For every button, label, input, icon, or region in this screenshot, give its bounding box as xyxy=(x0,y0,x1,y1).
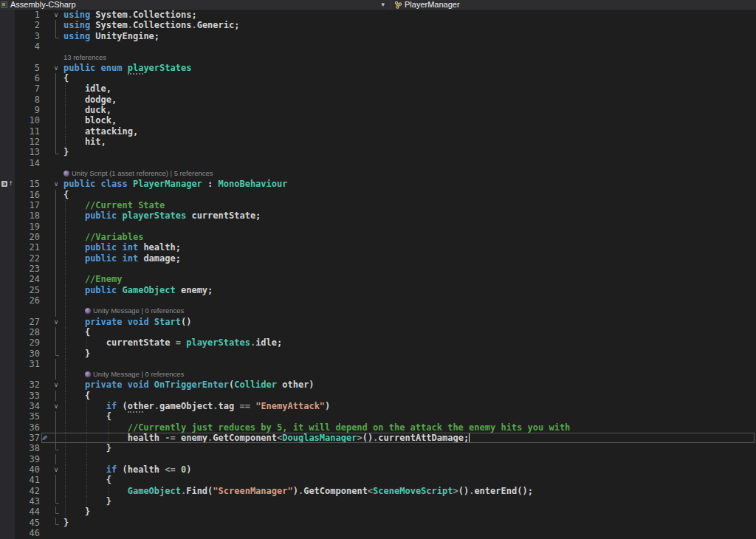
code-text[interactable]: idle, xyxy=(63,83,756,94)
code-line[interactable]: 45} xyxy=(0,518,756,528)
line-number[interactable]: 15 xyxy=(15,179,40,189)
code-line[interactable]: 21 public int health; xyxy=(0,242,756,253)
line-number[interactable]: 37 xyxy=(15,433,40,443)
code-line[interactable]: 18 public playerStates currentState; xyxy=(0,210,756,221)
codelens-row[interactable]: Unity Message | 0 references xyxy=(0,306,756,316)
line-number[interactable]: 14 xyxy=(15,158,40,168)
code-text[interactable] xyxy=(63,222,756,232)
code-line[interactable]: 25 public GameObject enemy; xyxy=(0,285,756,295)
code-editor[interactable]: 1∨using System.Collections;2using System… xyxy=(0,10,756,539)
line-number[interactable]: 8 xyxy=(15,95,40,105)
codelens-row[interactable]: Unity Script (1 asset reference) | 5 ref… xyxy=(0,168,756,179)
code-line[interactable]: 32∨ private void OnTriggerEnter(Collider… xyxy=(0,380,756,390)
code-line[interactable]: 9 duck, xyxy=(0,105,756,115)
code-text[interactable]: } xyxy=(63,443,756,453)
type-dropdown[interactable]: PlayerManager xyxy=(391,0,756,9)
code-text[interactable] xyxy=(63,41,756,52)
code-text[interactable]: dodge, xyxy=(63,95,756,105)
glyph-margin[interactable] xyxy=(0,380,15,390)
code-text[interactable]: } xyxy=(63,349,756,359)
codelens-content[interactable]: Unity Message | 0 references xyxy=(63,306,756,316)
code-line[interactable]: 6{ xyxy=(0,73,756,83)
fold-chevron-icon[interactable]: ∨ xyxy=(52,464,61,475)
code-line[interactable]: 43 } xyxy=(0,496,756,507)
line-number[interactable]: 22 xyxy=(15,253,40,264)
line-number[interactable]: 46 xyxy=(15,528,40,538)
line-number[interactable] xyxy=(15,369,40,380)
line-number[interactable]: 41 xyxy=(15,475,40,485)
line-number[interactable]: 2 xyxy=(15,20,40,30)
glyph-margin[interactable] xyxy=(0,285,15,295)
glyph-margin[interactable] xyxy=(0,137,15,147)
glyph-margin[interactable] xyxy=(0,317,15,327)
glyph-margin[interactable] xyxy=(0,454,15,464)
codelens-link[interactable]: Unity Message | 0 references xyxy=(63,369,184,380)
codelens-content[interactable]: Unity Message | 0 references xyxy=(63,369,756,380)
fold-chevron-icon[interactable]: ∨ xyxy=(52,401,61,411)
code-line[interactable]: 28 { xyxy=(0,327,756,337)
glyph-margin[interactable] xyxy=(0,115,15,126)
code-line[interactable]: 24 //Enemy xyxy=(0,274,756,284)
line-number[interactable]: 6 xyxy=(15,73,40,83)
line-number[interactable]: 7 xyxy=(15,83,40,94)
glyph-margin[interactable] xyxy=(0,422,15,433)
code-line[interactable]: 29 currentState = playerStates.idle; xyxy=(0,337,756,348)
glyph-margin[interactable] xyxy=(0,10,15,20)
line-number[interactable]: 26 xyxy=(15,295,40,306)
code-text[interactable]: { xyxy=(63,73,756,83)
codelens-label[interactable]: 13 references xyxy=(63,52,106,63)
line-number[interactable]: 40 xyxy=(15,464,40,475)
code-text[interactable]: attacking, xyxy=(63,126,756,137)
outlining-margin[interactable]: ∨ xyxy=(49,317,63,327)
code-text[interactable]: health -= enemy.GetComponent<DouglasMana… xyxy=(63,433,756,443)
outlining-margin[interactable]: ∨ xyxy=(49,401,63,411)
code-line[interactable]: 8 dodge, xyxy=(0,95,756,105)
code-line[interactable]: 37✎ health -= enemy.GetComponent<Douglas… xyxy=(0,433,756,443)
glyph-margin[interactable] xyxy=(0,190,15,200)
glyph-margin[interactable] xyxy=(0,337,15,348)
line-number[interactable]: 9 xyxy=(15,105,40,115)
line-number[interactable]: 4 xyxy=(15,41,40,52)
code-text[interactable]: { xyxy=(63,190,756,200)
code-line[interactable]: 30 } xyxy=(0,349,756,359)
glyph-margin[interactable] xyxy=(0,464,15,475)
line-number[interactable]: 23 xyxy=(15,264,40,274)
code-line[interactable]: 5∨public enum playerStates xyxy=(0,63,756,73)
glyph-margin[interactable] xyxy=(0,507,15,517)
line-number[interactable]: 44 xyxy=(15,507,40,517)
code-text[interactable] xyxy=(63,264,756,274)
code-text[interactable]: public GameObject enemy; xyxy=(63,285,756,295)
line-number[interactable]: 1 xyxy=(15,10,40,20)
outlining-margin[interactable]: ∨ xyxy=(49,179,63,189)
fold-chevron-icon[interactable]: ∨ xyxy=(52,10,61,20)
project-dropdown[interactable]: Assembly-CSharp ▾ xyxy=(0,0,391,9)
code-text[interactable]: public playerStates currentState; xyxy=(63,210,756,221)
line-number[interactable] xyxy=(15,168,40,179)
fold-chevron-icon[interactable]: ∨ xyxy=(52,380,61,390)
glyph-margin[interactable] xyxy=(0,20,15,30)
code-line[interactable]: 40∨ if (health <= 0) xyxy=(0,464,756,475)
glyph-margin[interactable] xyxy=(0,349,15,359)
line-number[interactable]: 36 xyxy=(15,422,40,433)
glyph-margin[interactable] xyxy=(0,200,15,210)
glyph-margin[interactable] xyxy=(0,306,15,316)
code-line[interactable]: 2using System.Collections.Generic; xyxy=(0,20,756,30)
code-line[interactable]: 42 GameObject.Find("ScreenManager").GetC… xyxy=(0,486,756,496)
code-text[interactable] xyxy=(63,454,756,464)
line-number[interactable]: 21 xyxy=(15,242,40,253)
glyph-margin[interactable] xyxy=(0,147,15,157)
line-number[interactable]: 31 xyxy=(15,359,40,369)
line-number[interactable]: 3 xyxy=(15,31,40,41)
code-text[interactable]: using UnityEngine; xyxy=(63,31,756,41)
codelens-label[interactable]: Unity Message | 0 references xyxy=(93,306,184,316)
code-text[interactable]: block, xyxy=(63,115,756,126)
line-number[interactable] xyxy=(15,306,40,316)
code-text[interactable]: //Enemy xyxy=(63,274,756,284)
code-text[interactable]: private void Start() xyxy=(63,317,756,327)
codelens-link[interactable]: 13 references xyxy=(63,52,106,63)
outlining-margin[interactable]: ∨ xyxy=(49,464,63,475)
line-number[interactable]: 18 xyxy=(15,210,40,221)
code-text[interactable] xyxy=(63,158,756,168)
glyph-margin[interactable] xyxy=(0,327,15,337)
codelens-content[interactable]: 13 references xyxy=(63,52,756,62)
